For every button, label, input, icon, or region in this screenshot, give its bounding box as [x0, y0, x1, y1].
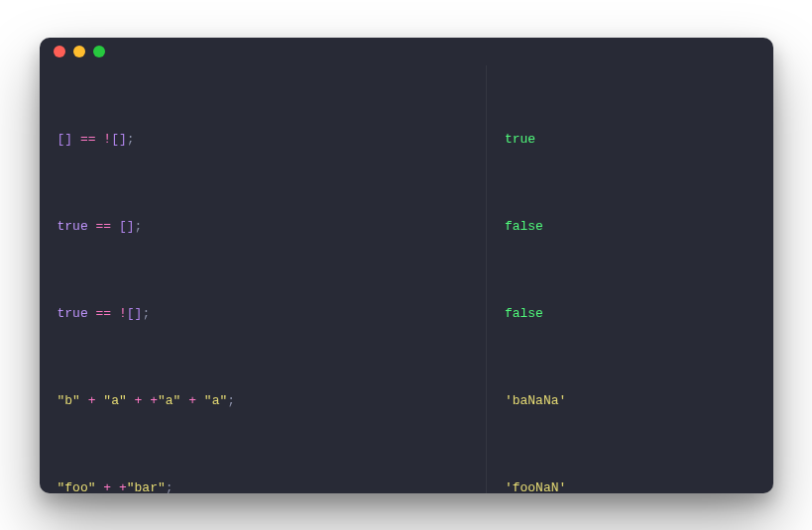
code-output-pane: true false false 'baNaNa' 'fooNaN' false	[487, 65, 773, 493]
code-token: "b"	[58, 393, 80, 408]
result-value: false	[505, 219, 543, 234]
code-token	[196, 393, 204, 408]
code-line: "foo" + +"bar";	[58, 477, 468, 492]
window-minimize-button[interactable]	[73, 46, 85, 57]
code-token: []	[58, 132, 73, 147]
code-token: +	[119, 480, 127, 492]
code-token: +	[88, 393, 96, 408]
code-input-pane: [] == ![]; true == []; true == ![]; "b" …	[40, 65, 487, 493]
window-close-button[interactable]	[54, 46, 65, 57]
code-token	[111, 306, 119, 321]
code-token	[111, 219, 119, 234]
code-token: "foo"	[58, 480, 96, 492]
window-zoom-button[interactable]	[93, 46, 105, 57]
code-token	[80, 393, 88, 408]
result-line: 'baNaNa'	[505, 389, 755, 414]
code-token: []	[119, 219, 135, 234]
code-token: []	[127, 306, 143, 321]
code-token: "a"	[204, 393, 227, 408]
code-token: +	[188, 393, 196, 408]
code-token: ;	[135, 219, 143, 234]
code-token: []	[111, 132, 127, 147]
code-token	[88, 306, 96, 321]
code-line: true == [];	[58, 215, 468, 240]
result-line: 'fooNaN'	[505, 477, 755, 492]
result-value: 'fooNaN'	[505, 480, 566, 492]
result-line: false	[505, 302, 755, 327]
code-token: ==	[96, 219, 112, 234]
code-token: ;	[127, 132, 135, 147]
code-token: +	[150, 393, 158, 408]
code-line: true == ![];	[58, 302, 468, 327]
code-token	[111, 480, 119, 492]
code-token: ==	[96, 306, 112, 321]
code-token: ;	[227, 393, 235, 408]
code-line: [] == ![];	[58, 128, 468, 153]
code-token: +	[103, 480, 111, 492]
code-token: !	[103, 132, 111, 147]
code-token: ==	[80, 132, 96, 147]
code-token: true	[58, 306, 88, 321]
code-token: "a"	[103, 393, 126, 408]
result-value: true	[505, 132, 535, 147]
code-token: "a"	[158, 393, 180, 408]
result-value: 'baNaNa'	[505, 393, 566, 408]
code-token: true	[58, 219, 88, 234]
code-token	[127, 393, 135, 408]
code-token: "bar"	[127, 480, 166, 492]
code-window: [] == ![]; true == []; true == ![]; "b" …	[40, 38, 773, 493]
code-token: !	[119, 306, 127, 321]
result-value: false	[505, 306, 543, 321]
code-token: ;	[142, 306, 150, 321]
result-line: true	[505, 128, 755, 153]
result-line: false	[505, 215, 755, 240]
code-token	[72, 132, 80, 147]
code-token	[88, 219, 96, 234]
code-line: "b" + "a" + +"a" + "a";	[58, 389, 468, 414]
window-titlebar	[40, 38, 773, 65]
code-token: ;	[166, 480, 174, 492]
